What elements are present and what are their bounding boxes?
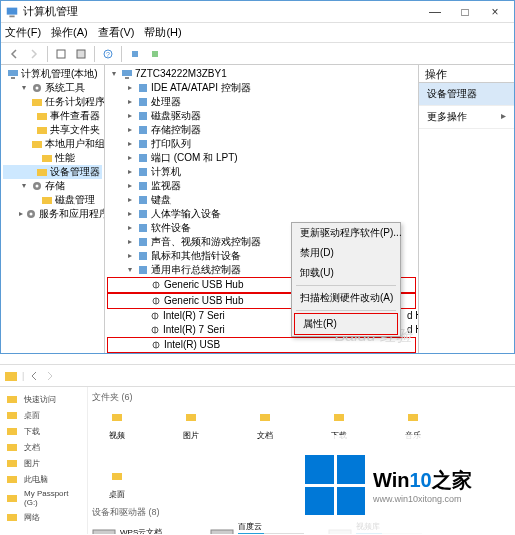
nav-item[interactable]: 图片 [4,455,83,471]
device-item[interactable]: ▸计算机 [107,165,416,179]
explorer-nav: 快速访问桌面下载文档图片此电脑My Passport (G:)网络 [0,387,88,534]
section-folders: 文件夹 (6) [92,391,511,404]
svg-rect-57 [7,460,17,467]
svg-rect-14 [37,127,47,134]
help-button[interactable]: ? [99,45,117,63]
logo-overlay: Win10之家 www.win10xitong.com [305,435,515,534]
action-row[interactable]: 设备管理器 [419,83,514,106]
action-row[interactable]: 更多操作▸ [419,106,514,129]
svg-rect-9 [11,77,15,79]
folder-item[interactable]: 文档 [240,406,290,441]
menu-action[interactable]: 操作(A) [51,25,88,40]
svg-rect-2 [57,50,65,58]
logo-brand: Win10之家 [373,467,472,494]
device-item[interactable]: ▸人体学输入设备 [107,207,416,221]
forward-icon[interactable] [44,370,56,382]
device-item[interactable]: ▸处理器 [107,95,416,109]
properties-button[interactable] [72,45,90,63]
tree-item[interactable]: 性能 [3,151,102,165]
device-item[interactable]: ▸IDE ATA/ATAPI 控制器 [107,81,416,95]
titlebar[interactable]: 计算机管理 — □ × [1,1,514,23]
tree-item[interactable]: 磁盘管理 [3,193,102,207]
tree-item[interactable]: 本地用户和组 [3,137,102,151]
svg-rect-7 [152,51,158,57]
explorer-toolbar: | [0,365,515,387]
device-item[interactable]: Intel(R) USB [107,337,416,353]
tree-item[interactable]: ▸服务和应用程序 [3,207,102,221]
back-icon[interactable] [28,370,40,382]
minimize-button[interactable]: — [420,2,450,22]
svg-rect-0 [7,7,18,14]
tree-root[interactable]: 计算机管理(本地) [3,67,102,81]
menubar: 文件(F) 操作(A) 查看(V) 帮助(H) [1,23,514,43]
svg-rect-29 [139,140,147,148]
back-button[interactable] [5,45,23,63]
svg-rect-55 [7,428,17,435]
file-explorer: | 快速访问桌面下载文档图片此电脑My Passport (G:)网络 文件夹 … [0,364,515,534]
drive-item[interactable]: 百度云双击打开百度云 [210,521,304,534]
context-menu-item[interactable]: 禁用(D) [292,243,400,263]
context-menu-item[interactable]: 更新驱动程序软件(P)... [292,223,400,243]
close-button[interactable]: × [480,2,510,22]
scan-button[interactable] [126,45,144,63]
device-item[interactable]: ▸打印队列 [107,137,416,151]
window-title: 计算机管理 [23,4,420,19]
svg-rect-59 [7,495,17,502]
svg-rect-61 [112,414,122,421]
context-menu-item[interactable]: 扫描检测硬件改动(A) [292,288,400,308]
svg-rect-53 [7,396,17,403]
menu-separator [296,285,396,286]
context-menu: 更新驱动程序软件(P)...禁用(D)卸载(U)扫描检测硬件改动(A)属性(R) [291,222,401,337]
svg-rect-27 [139,112,147,120]
explorer-content: 文件夹 (6) 视频图片文档下载音乐桌面 设备和驱动器 (8) WPS云文档百度… [88,387,515,534]
nav-item[interactable]: 网络 [4,509,83,525]
nav-item[interactable]: My Passport (G:) [4,487,83,509]
svg-rect-16 [42,155,52,162]
svg-rect-24 [125,77,129,79]
svg-rect-13 [37,113,47,120]
maximize-button[interactable]: □ [450,2,480,22]
windows-logo-icon [305,455,365,515]
logo-url: www.win10xitong.com [373,494,472,504]
device-item[interactable]: ▸键盘 [107,193,416,207]
tree-item[interactable]: 任务计划程序 [3,95,102,109]
device-item[interactable]: ▸存储控制器 [107,123,416,137]
device-item[interactable]: ▸磁盘驱动器 [107,109,416,123]
svg-rect-52 [5,372,17,381]
nav-item[interactable]: 桌面 [4,407,83,423]
tree-item[interactable]: 设备管理器 [3,165,102,179]
svg-rect-30 [139,154,147,162]
svg-rect-60 [7,514,17,521]
folder-item[interactable]: 视频 [92,406,142,441]
tree-item[interactable]: ▾系统工具 [3,81,102,95]
nav-item[interactable]: 文档 [4,439,83,455]
context-menu-item[interactable]: 卸载(U) [292,263,400,283]
computer-management-window: 计算机管理 — □ × 文件(F) 操作(A) 查看(V) 帮助(H) ? 计算… [0,0,515,354]
forward-button[interactable] [25,45,43,63]
drive-item[interactable]: WPS云文档 [92,521,186,534]
device-item[interactable]: ▸端口 (COM 和 LPT) [107,151,416,165]
left-tree-panel: 计算机管理(本地)▾系统工具任务计划程序事件查看器共享文件夹本地用户和组性能设备… [1,65,105,353]
nav-item[interactable]: 快速访问 [4,391,83,407]
svg-rect-64 [334,414,344,421]
show-hide-button[interactable] [52,45,70,63]
menu-view[interactable]: 查看(V) [98,25,135,40]
svg-rect-26 [139,98,147,106]
svg-rect-33 [139,196,147,204]
folder-item[interactable]: 桌面 [92,465,142,500]
tree-item[interactable]: 共享文件夹 [3,123,102,137]
update-button[interactable] [146,45,164,63]
actions-panel: 操作 设备管理器更多操作▸ [419,65,514,353]
svg-rect-66 [112,473,122,480]
menu-help[interactable]: 帮助(H) [144,25,181,40]
tree-item[interactable]: ▾存储 [3,179,102,193]
tree-item[interactable]: 事件查看器 [3,109,102,123]
device-item[interactable]: ▸监视器 [107,179,416,193]
menu-file[interactable]: 文件(F) [5,25,41,40]
nav-item[interactable]: 此电脑 [4,471,83,487]
context-menu-item[interactable]: 属性(R) [294,313,398,335]
device-root[interactable]: ▾7ZTC34222M3ZBY1 [107,67,416,81]
svg-rect-6 [132,51,138,57]
folder-item[interactable]: 图片 [166,406,216,441]
nav-item[interactable]: 下载 [4,423,83,439]
